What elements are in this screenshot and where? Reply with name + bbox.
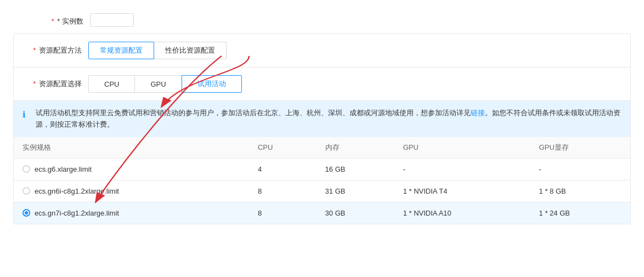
info-banner: ℹ 试用活动机型支持阿里云免费试用和营销活动的参与用户，参加活动后在北京、上海、…: [14, 101, 630, 137]
instance-count-input[interactable]: 1: [90, 13, 134, 27]
resource-tab-trial[interactable]: 试用活动: [182, 75, 242, 93]
col-header-spec: 实例规格: [14, 137, 249, 159]
resource-select-row: * 资源配置选择 CPU GPU 试用活动: [14, 67, 630, 101]
resource-tab-gpu[interactable]: GPU: [134, 75, 182, 93]
instance-table: 实例规格 CPU 内存 GPU GPU显存 ecs.g6.xlarge.limi: [14, 137, 630, 224]
cell-spec: ecs.gn6i-c8g1.2xlarge.limit: [14, 180, 249, 202]
cell-gpu: 1 * NVIDIA A10: [394, 202, 530, 224]
resource-tabs: CPU GPU 试用活动: [88, 75, 242, 93]
col-header-memory: 内存: [317, 137, 394, 159]
method-tab-normal[interactable]: 常规资源配置: [88, 42, 154, 59]
cell-memory: 30 GB: [317, 202, 394, 224]
table-header-row: 实例规格 CPU 内存 GPU GPU显存: [14, 137, 630, 159]
radio-cell: ecs.gn6i-c8g1.2xlarge.limit: [22, 187, 240, 195]
col-header-cpu: CPU: [249, 137, 317, 159]
cell-spec: ecs.gn7i-c8g1.2xlarge.limit: [14, 202, 249, 224]
col-header-gpu: GPU: [394, 137, 530, 159]
config-section: * 资源配置方法 常规资源配置 性价比资源配置 * 资源配置选择: [13, 33, 631, 224]
info-link[interactable]: 链接: [471, 109, 485, 117]
method-tab-cost[interactable]: 性价比资源配置: [154, 42, 227, 59]
instance-count-row: * * 实例数 1: [0, 9, 644, 31]
required-star: *: [52, 17, 54, 25]
required-star-select: *: [33, 80, 38, 88]
radio-cell: ecs.gn7i-c8g1.2xlarge.limit: [22, 209, 240, 217]
cell-cpu: 8: [249, 180, 317, 202]
radio-button[interactable]: [22, 165, 30, 173]
info-text: 试用活动机型支持阿里云免费试用和营销活动的参与用户，参加活动后在北京、上海、杭州…: [36, 108, 622, 131]
cell-cpu: 4: [249, 158, 317, 180]
cell-gpu-mem: 1 * 8 GB: [530, 180, 630, 202]
resource-select-label: * 资源配置选择: [22, 79, 88, 89]
table-row-selected[interactable]: ecs.gn7i-c8g1.2xlarge.limit 8 30 GB 1 * …: [14, 202, 630, 224]
config-section-wrapper: * 资源配置方法 常规资源配置 性价比资源配置 * 资源配置选择: [0, 33, 644, 224]
info-icon: ℹ: [22, 108, 31, 121]
label-text: * 实例数: [57, 17, 83, 25]
radio-button[interactable]: [22, 187, 30, 195]
cell-memory: 31 GB: [317, 180, 394, 202]
cell-gpu-mem: 1 * 24 GB: [530, 202, 630, 224]
cell-spec: ecs.g6.xlarge.limit: [14, 158, 249, 180]
radio-cell: ecs.g6.xlarge.limit: [22, 165, 240, 173]
cell-gpu-mem: -: [530, 158, 630, 180]
cell-gpu: 1 * NVIDIA T4: [394, 180, 530, 202]
instance-count-label: * * 实例数: [13, 13, 90, 26]
cell-memory: 16 GB: [317, 158, 394, 180]
resource-method-label: * 资源配置方法: [22, 46, 88, 55]
table-row[interactable]: ecs.g6.xlarge.limit 4 16 GB - -: [14, 158, 630, 180]
cell-cpu: 8: [249, 202, 317, 224]
table-row[interactable]: ecs.gn6i-c8g1.2xlarge.limit 8 31 GB 1 * …: [14, 180, 630, 202]
resource-method-row: * 资源配置方法 常规资源配置 性价比资源配置: [14, 34, 630, 67]
required-star-method: *: [33, 46, 38, 54]
col-header-gpu-mem: GPU显存: [530, 137, 630, 159]
radio-button-checked[interactable]: [22, 209, 30, 217]
instance-count-content: 1: [90, 13, 631, 27]
cell-gpu: -: [394, 158, 530, 180]
method-tabs: 常规资源配置 性价比资源配置: [88, 42, 227, 59]
resource-tab-cpu[interactable]: CPU: [88, 75, 135, 93]
